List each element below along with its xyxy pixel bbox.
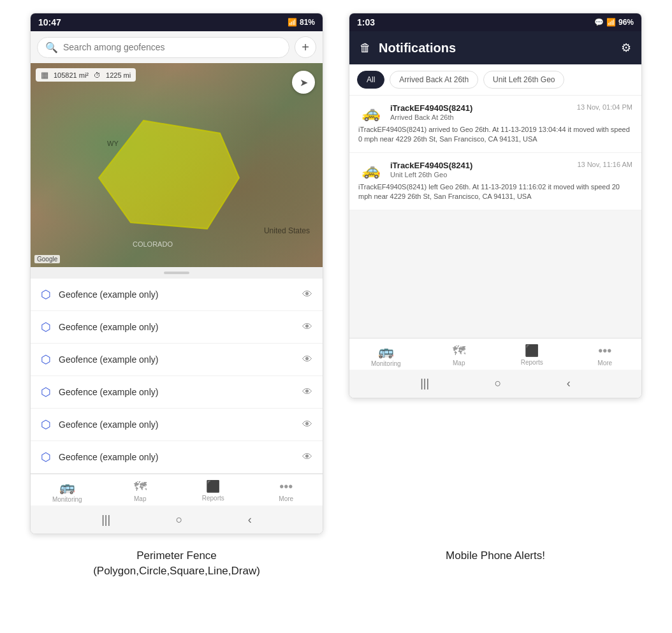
chat-icon: 💬 <box>594 18 604 27</box>
scroll-indicator <box>31 267 323 279</box>
map-attribution: Google <box>34 255 60 263</box>
nav-map-right[interactable]: 🗺 Map <box>423 344 496 367</box>
visibility-icon-4[interactable]: 👁 <box>302 386 312 398</box>
nav-map-left[interactable]: 🗺 Map <box>104 479 177 503</box>
r-android-home-icon[interactable]: ○ <box>495 377 502 390</box>
taxi-icon: 🚕 <box>362 104 381 122</box>
r-android-menu-icon[interactable]: ||| <box>420 377 429 390</box>
r-monitoring-icon: 🚌 <box>378 344 394 359</box>
delete-icon[interactable]: 🗑 <box>360 41 371 55</box>
nav-more-right[interactable]: ••• More <box>569 344 642 367</box>
notif-subtitle-1: Arrived Back At 26th <box>390 113 632 121</box>
right-status-bar: 1:03 💬 📶 96% <box>349 13 641 31</box>
captions-row: Perimeter Fence(Polygon,Circle,Square,Li… <box>0 541 672 592</box>
nav-reports-left[interactable]: ⬛ Reports <box>177 479 250 503</box>
left-caption-text: Perimeter Fence(Polygon,Circle,Square,Li… <box>93 549 260 577</box>
geo-name-5: Geofence (example only) <box>59 419 295 430</box>
right-status-icons: 💬 📶 96% <box>594 18 634 27</box>
notif-info-2: iTrackEF4940S(8241) 13 Nov, 11:16 AM Uni… <box>390 161 632 178</box>
map-dist: 1225 mi <box>106 71 131 79</box>
notif-item-1[interactable]: 🚕 iTrackEF4940S(8241) 13 Nov, 01:04 PM A… <box>349 96 641 153</box>
geo-name-3: Geofence (example only) <box>59 354 295 365</box>
svg-marker-0 <box>99 120 239 229</box>
notif-title: Notifications <box>379 41 613 55</box>
map-label: Map <box>134 495 146 502</box>
r-android-back-icon[interactable]: ‹ <box>567 377 571 390</box>
visibility-icon-5[interactable]: 👁 <box>302 419 312 430</box>
r-more-icon: ••• <box>598 344 611 358</box>
notif-device-2: iTrackEF4940S(8241) <box>390 161 472 170</box>
nav-monitoring-left[interactable]: 🚌 Monitoring <box>31 479 104 503</box>
filter-arrived[interactable]: Arrived Back At 26th <box>390 71 478 89</box>
geo-icon-5: ⬡ <box>41 418 51 432</box>
geofence-polygon <box>92 114 245 242</box>
right-time: 1:03 <box>357 17 375 27</box>
notif-name-time-1: iTrackEF4940S(8241) 13 Nov, 01:04 PM <box>390 103 632 113</box>
left-phone: 10:47 📶 81% 🔍 + ▦ 105821 mi² ⏱ 1225 mi <box>30 13 323 534</box>
geo-icon-3: ⬡ <box>41 353 51 367</box>
filter-tabs: All Arrived Back At 26th Unit Left 26th … <box>349 64 641 96</box>
list-item[interactable]: ⬡ Geofence (example only) 👁 <box>31 279 323 311</box>
search-bar[interactable]: 🔍 <box>37 37 289 58</box>
nav-more-left[interactable]: ••• More <box>250 479 323 503</box>
signal-icon: 📶 <box>606 18 616 27</box>
r-reports-icon: ⬛ <box>525 344 539 358</box>
notif-list: 🚕 iTrackEF4940S(8241) 13 Nov, 01:04 PM A… <box>349 96 641 338</box>
geo-name-1: Geofence (example only) <box>59 289 295 300</box>
us-label: United States <box>264 226 310 235</box>
search-input[interactable] <box>63 42 281 52</box>
nav-reports-right[interactable]: ⬛ Reports <box>495 344 569 367</box>
filter-all[interactable]: All <box>357 71 384 89</box>
car-emoji-2: 🚕 <box>362 161 381 179</box>
visibility-icon-2[interactable]: 👁 <box>302 321 312 333</box>
right-bottom-nav: 🚌 Monitoring 🗺 Map ⬛ Reports ••• More <box>349 338 641 370</box>
geo-icon-2: ⬡ <box>41 320 51 334</box>
notif-time-1: 13 Nov, 01:04 PM <box>577 103 632 111</box>
notif-body-1: iTrackEF4940S(8241) arrived to Geo 26th.… <box>358 125 632 145</box>
list-item[interactable]: ⬡ Geofence (example only) 👁 <box>31 344 323 376</box>
right-battery: 96% <box>618 18 634 27</box>
nav-monitoring-right[interactable]: 🚌 Monitoring <box>349 344 423 367</box>
notif-top-2: 🚕 iTrackEF4940S(8241) 13 Nov, 11:16 AM U… <box>358 161 632 180</box>
car-icon-1: 🚕 <box>358 103 384 122</box>
car-icon-2: 🚕 <box>358 161 384 180</box>
list-item[interactable]: ⬡ Geofence (example only) 👁 <box>31 409 323 441</box>
notif-time-2: 13 Nov, 11:16 AM <box>577 161 632 168</box>
geo-name-4: Geofence (example only) <box>59 387 295 397</box>
list-item[interactable]: ⬡ Geofence (example only) 👁 <box>31 441 323 474</box>
map-icon: 🗺 <box>134 479 147 494</box>
r-reports-label: Reports <box>521 359 543 366</box>
map-stats: ▦ 105821 mi² ⏱ 1225 mi <box>36 68 136 82</box>
visibility-icon-1[interactable]: 👁 <box>302 289 312 300</box>
settings-icon[interactable]: ⚙ <box>621 41 631 55</box>
r-map-icon: 🗺 <box>453 344 465 358</box>
android-menu-icon[interactable]: ||| <box>101 513 110 527</box>
list-item[interactable]: ⬡ Geofence (example only) 👁 <box>31 376 323 409</box>
notif-device-1: iTrackEF4940S(8241) <box>390 103 472 113</box>
map-area: 105821 mi² <box>54 71 89 79</box>
left-status-bar: 10:47 📶 81% <box>31 13 323 31</box>
list-item[interactable]: ⬡ Geofence (example only) 👁 <box>31 311 323 344</box>
notif-info-1: iTrackEF4940S(8241) 13 Nov, 01:04 PM Arr… <box>390 103 632 121</box>
notif-item-2[interactable]: 🚕 iTrackEF4940S(8241) 13 Nov, 11:16 AM U… <box>349 153 641 210</box>
geo-name-6: Geofence (example only) <box>59 452 295 462</box>
scroll-pill <box>164 272 189 274</box>
add-button[interactable]: + <box>295 36 316 58</box>
monitoring-label: Monitoring <box>52 496 82 503</box>
visibility-icon-6[interactable]: 👁 <box>302 451 312 463</box>
right-phone: 1:03 💬 📶 96% 🗑 Notifications ⚙ All Arriv… <box>349 13 642 398</box>
notif-top-1: 🚕 iTrackEF4940S(8241) 13 Nov, 01:04 PM A… <box>358 103 632 122</box>
filter-left[interactable]: Unit Left 26th Geo <box>483 71 564 89</box>
co-label: COLORADO <box>133 240 173 248</box>
android-home-icon[interactable]: ○ <box>176 513 183 527</box>
battery-text: 81% <box>300 18 315 27</box>
compass-button[interactable]: ➤ <box>292 71 315 94</box>
left-android-nav: ||| ○ ‹ <box>31 506 323 534</box>
search-area: 🔍 + <box>31 31 323 63</box>
visibility-icon-3[interactable]: 👁 <box>302 354 312 365</box>
notif-header: 🗑 Notifications ⚙ <box>349 31 641 64</box>
wifi-icon: 📶 <box>288 18 297 27</box>
map-view[interactable]: ▦ 105821 mi² ⏱ 1225 mi ➤ WY United State… <box>31 63 323 267</box>
right-caption: Mobile Phone Alerts! <box>349 548 642 579</box>
android-back-icon[interactable]: ‹ <box>248 513 252 527</box>
